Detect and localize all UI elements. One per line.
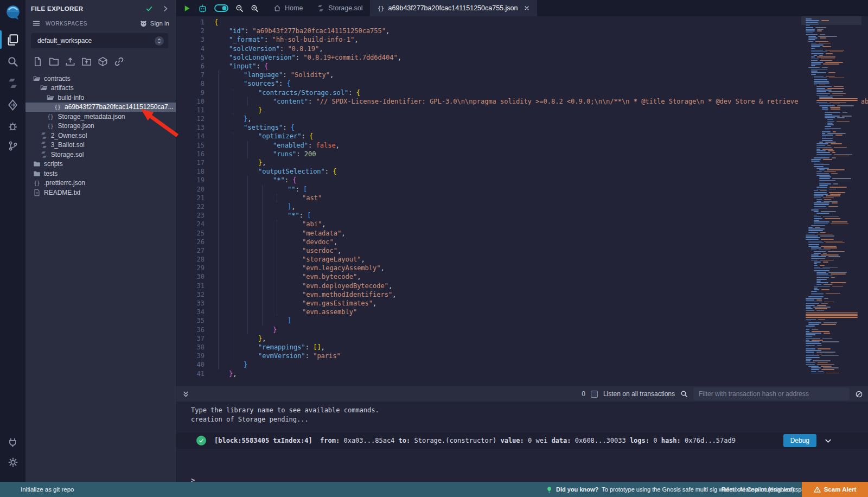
code-line-2[interactable]: "id": "a69b43f277ba20fcac141151250ca755"… xyxy=(214,27,868,35)
code-line-19[interactable]: "*": { xyxy=(214,176,868,184)
workspace-menu-icon[interactable] xyxy=(32,19,41,28)
code-line-18[interactable]: "outputSelection": { xyxy=(214,167,868,176)
code-line-41[interactable]: }, xyxy=(214,369,868,378)
transaction-log-row[interactable]: [block:5583405 txIndex:4] from: 0xa03...… xyxy=(176,432,868,449)
new-file-icon[interactable] xyxy=(33,56,43,67)
code-line-40[interactable]: } xyxy=(214,360,868,369)
code-line-25[interactable]: "metadata", xyxy=(214,229,868,238)
code-line-36[interactable]: } xyxy=(214,326,868,334)
code-line-38[interactable]: "remappings": [], xyxy=(214,343,868,352)
code-line-28[interactable]: "storageLayout", xyxy=(214,255,868,264)
code-line-32[interactable]: "evm.methodIdentifiers", xyxy=(214,290,868,299)
file-explorer-icon[interactable] xyxy=(7,34,19,46)
code-line-33[interactable]: "evm.gasEstimates", xyxy=(214,299,868,308)
collapse-terminal-icon[interactable] xyxy=(182,390,190,398)
plugin-manager-icon[interactable] xyxy=(7,437,18,448)
clear-console-icon[interactable] xyxy=(855,390,863,398)
code-line-21[interactable]: "ast" xyxy=(214,194,868,202)
tree-item-tests[interactable]: tests xyxy=(25,169,176,179)
remix-logo-icon[interactable] xyxy=(4,4,22,22)
new-folder-icon[interactable] xyxy=(49,56,59,67)
listen-all-checkbox[interactable] xyxy=(591,391,598,398)
code-line-15[interactable]: "enabled": false, xyxy=(214,141,868,150)
code-line-10[interactable]: "content": "// SPDX-License-Identifier: … xyxy=(214,97,868,106)
link-external-icon[interactable] xyxy=(114,56,124,67)
tree-item-contracts[interactable]: contracts xyxy=(25,74,176,84)
code-line-35[interactable]: ] xyxy=(214,316,868,325)
tree-item-label: 3_Ballot.sol xyxy=(51,141,85,149)
code-line-22[interactable]: ], xyxy=(214,202,868,211)
editor-tabbar: HomeStorage.sol{}a69b43f277ba20fcac14115… xyxy=(176,0,868,16)
code-line-39[interactable]: "evmVersion": "paris" xyxy=(214,352,868,360)
code-line-24[interactable]: "abi", xyxy=(214,220,868,228)
upload-folder-icon[interactable] xyxy=(81,56,92,67)
code-line-1[interactable]: { xyxy=(214,18,868,27)
close-tab-icon[interactable] xyxy=(524,5,530,11)
ai-assistant-icon[interactable] xyxy=(198,4,207,13)
transaction-filter-input[interactable] xyxy=(693,387,850,400)
tree-item-storage-sol[interactable]: Storage.sol xyxy=(25,150,176,160)
git-init-button[interactable]: Initialize as git repo xyxy=(21,486,74,493)
code-editor[interactable]: 1234567891011121314151617181920212223242… xyxy=(176,16,868,386)
scam-alert-button[interactable]: Scam Alert xyxy=(802,482,868,497)
code-line-27[interactable]: "userdoc", xyxy=(214,246,868,255)
git-icon[interactable] xyxy=(8,141,18,151)
code-line-31[interactable]: "evm.deployedBytecode", xyxy=(214,282,868,290)
code-line-26[interactable]: "devdoc", xyxy=(214,238,868,246)
code-line-4[interactable]: "solcVersion": "0.8.19", xyxy=(214,44,868,53)
code-line-3[interactable]: "_format": "hh-sol-build-info-1", xyxy=(214,35,868,44)
expand-transaction-icon[interactable] xyxy=(824,437,832,445)
tree-item-a69b43f277ba20fcac141151250ca7-[interactable]: {}a69b43f277ba20fcac141151250ca7... xyxy=(25,103,176,112)
svg-text:{}: {} xyxy=(48,113,54,119)
code-line-13[interactable]: "settings": { xyxy=(214,123,868,132)
warning-icon xyxy=(814,486,821,493)
code-line-12[interactable]: }, xyxy=(214,114,868,123)
code-line-16[interactable]: "runs": 200 xyxy=(214,150,868,158)
tree-item-storage-metadata-json[interactable]: {}Storage_metadata.json xyxy=(25,112,176,122)
tree-item-2-owner-sol[interactable]: 2_Owner.sol xyxy=(25,131,176,141)
code-line-11[interactable]: } xyxy=(214,106,868,114)
tree-item-scripts[interactable]: scripts xyxy=(25,160,176,169)
solidity-compiler-icon[interactable] xyxy=(7,78,18,89)
tree-item-artifacts[interactable]: artifacts xyxy=(25,84,176,93)
terminal-log-line: creation of Storage pending... xyxy=(191,415,868,424)
code-line-20[interactable]: "": [ xyxy=(214,185,868,194)
minimap[interactable] xyxy=(801,16,861,383)
copilot-toggle[interactable] xyxy=(214,4,228,12)
sign-in-button[interactable]: Sign in xyxy=(139,20,169,28)
copilot-status[interactable]: RemixAI Copilot (enabled) xyxy=(722,486,794,493)
tab-home[interactable]: Home xyxy=(266,0,310,16)
search-icon[interactable] xyxy=(7,56,18,67)
code-line-5[interactable]: "solcLongVersion": "0.8.19+commit.7dd6d4… xyxy=(214,53,868,62)
tree-item-3-ballot-sol[interactable]: 3_Ballot.sol xyxy=(25,141,176,150)
create-cube-icon[interactable] xyxy=(98,56,108,67)
debugger-icon[interactable] xyxy=(7,120,18,132)
code-line-30[interactable]: "evm.bytecode", xyxy=(214,272,868,281)
listen-all-label: Listen on all transactions xyxy=(603,390,675,398)
code-line-37[interactable]: }, xyxy=(214,334,868,343)
tree-item--prettierrc-json[interactable]: {}.prettierrc.json xyxy=(25,179,176,188)
code-line-7[interactable]: "language": "Solidity", xyxy=(214,71,868,79)
zoom-in-icon[interactable] xyxy=(251,4,259,12)
upload-file-icon[interactable] xyxy=(65,56,75,67)
code-line-23[interactable]: "*": [ xyxy=(214,211,868,220)
tree-item-storage-json[interactable]: {}Storage.json xyxy=(25,122,176,131)
tab-storage-sol[interactable]: Storage.sol xyxy=(310,0,369,16)
code-line-29[interactable]: "evm.legacyAssembly", xyxy=(214,264,868,272)
workspace-select[interactable]: default_workspace xyxy=(31,33,168,48)
deploy-run-icon[interactable] xyxy=(7,99,18,111)
run-script-icon[interactable] xyxy=(183,4,191,12)
debug-button[interactable]: Debug xyxy=(783,434,816,447)
code-line-6[interactable]: "input": { xyxy=(214,62,868,71)
settings-icon[interactable] xyxy=(8,457,18,468)
chevron-right-icon[interactable] xyxy=(162,5,169,12)
tree-item-build-info[interactable]: build-info xyxy=(25,93,176,103)
code-line-34[interactable]: "evm.assembly" xyxy=(214,308,868,316)
tab-a69b43f277ba20fcac141151250ca755-json[interactable]: {}a69b43f277ba20fcac141151250ca755.json xyxy=(370,0,538,16)
zoom-out-icon[interactable] xyxy=(235,4,244,12)
code-line-8[interactable]: "sources": { xyxy=(214,79,868,88)
tree-item-readme-txt[interactable]: README.txt xyxy=(25,188,176,197)
code-line-17[interactable]: }, xyxy=(214,158,868,167)
code-line-9[interactable]: "contracts/Storage.sol": { xyxy=(214,88,868,97)
code-line-14[interactable]: "optimizer": { xyxy=(214,132,868,141)
